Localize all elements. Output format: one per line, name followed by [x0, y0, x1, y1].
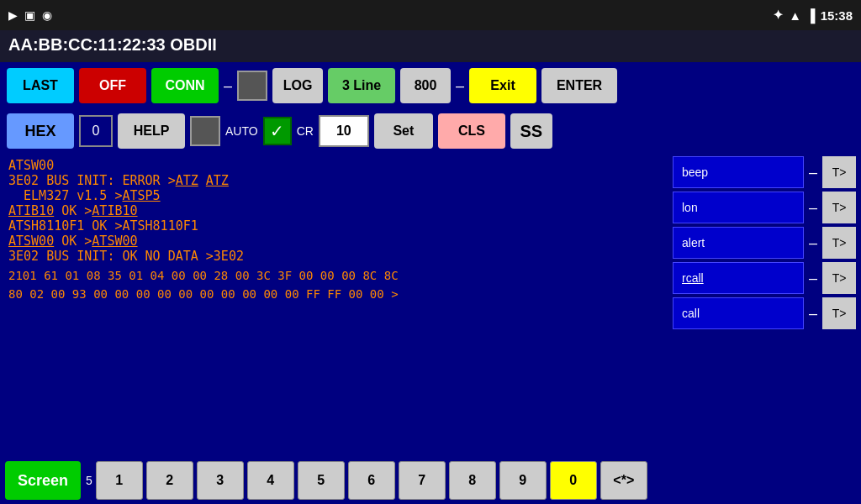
off-button[interactable]: OFF	[79, 68, 146, 103]
time-display: 15:38	[821, 8, 853, 23]
conn-button[interactable]: CONN	[151, 68, 219, 103]
terminal-line-6: ATSW00 OK >ATSW00	[8, 234, 659, 249]
dash-lon: –	[809, 199, 817, 217]
t-arrow-alert[interactable]: T>	[822, 227, 856, 259]
t-arrow-call[interactable]: T>	[822, 297, 856, 329]
help-button[interactable]: HELP	[118, 113, 185, 149]
toolbar-row1: LAST OFF CONN – LOG 3 Line 800 – Exit EN…	[0, 62, 861, 109]
status-right: ✦ ▲ ▐ 15:38	[773, 8, 853, 23]
cls-button[interactable]: CLS	[438, 113, 505, 149]
dash-separator2: –	[456, 77, 464, 95]
status-bar: ▶ ▣ ◉ ✦ ▲ ▐ 15:38	[0, 0, 861, 30]
checkmark-box[interactable]: ✓	[263, 117, 292, 145]
terminal-output: ATSW00 3E02 BUS INIT: ERROR >ATZ ATZ ELM…	[0, 153, 668, 457]
last-button[interactable]: LAST	[7, 68, 74, 103]
num4-button[interactable]: 4	[247, 461, 294, 500]
dash-separator1: –	[224, 77, 232, 95]
num0-button[interactable]: 0	[550, 461, 597, 500]
hex-button[interactable]: HEX	[7, 113, 74, 149]
content-area: ATSW00 3E02 BUS INIT: ERROR >ATZ ATZ ELM…	[0, 153, 861, 457]
num7-button[interactable]: 7	[399, 461, 446, 500]
rcall-button[interactable]: rcall	[673, 262, 804, 294]
media-icon: ▣	[24, 8, 35, 22]
right-row-lon: lon – T>	[673, 192, 856, 223]
circle-icon: ◉	[42, 8, 52, 22]
three-line-button[interactable]: 3 Line	[328, 68, 395, 103]
auto-label: AUTO	[225, 124, 258, 138]
ss-button[interactable]: SS	[510, 113, 552, 149]
terminal-line-4: ATIB10 OK >ATIB10	[8, 203, 659, 218]
terminal-line-1: ATSW00	[8, 158, 659, 173]
beep-button[interactable]: beep	[673, 156, 804, 188]
right-row-beep: beep – T>	[673, 156, 856, 188]
terminal-line-5: ATSH8110F1 OK >ATSH8110F1	[8, 218, 659, 234]
status-icons: ▶ ▣ ◉	[8, 8, 52, 22]
youtube-icon: ▶	[8, 8, 18, 22]
special-button[interactable]: <*>	[600, 461, 647, 500]
bluetooth-icon: ✦	[773, 8, 784, 23]
battery-icon: ▐	[806, 8, 816, 23]
enter-button[interactable]: ENTER	[541, 68, 617, 103]
t-arrow-beep[interactable]: T>	[822, 156, 856, 188]
input-value-display[interactable]: 10	[319, 115, 369, 147]
800-button[interactable]: 800	[400, 68, 451, 103]
dash-beep: –	[809, 164, 817, 181]
t-arrow-rcall[interactable]: T>	[822, 262, 856, 294]
exit-button[interactable]: Exit	[469, 68, 536, 103]
right-row-rcall: rcall – T>	[673, 262, 856, 294]
num5-button[interactable]: 5	[298, 461, 345, 500]
device-title: AA:BB:CC:11:22:33 OBDII	[8, 35, 217, 54]
cr-label: CR	[297, 124, 314, 138]
right-row-call: call – T>	[673, 297, 856, 329]
dash-alert: –	[809, 234, 817, 252]
right-panel: beep – T> lon – T> alert – T> rcall – T>…	[668, 153, 861, 457]
alert-button[interactable]: alert	[673, 227, 804, 259]
terminal-data-line2: 80 02 00 93 00 00 00 00 00 00 00 00 00 0…	[8, 287, 659, 301]
terminal-data-line1: 2101 61 01 08 35 01 04 00 00 28 00 3C 3F…	[8, 269, 659, 282]
main-container: LAST OFF CONN – LOG 3 Line 800 – Exit EN…	[0, 62, 861, 504]
log-button[interactable]: LOG	[272, 68, 323, 103]
terminal-line-7: 3E02 BUS INIT: OK NO DATA >3E02	[8, 249, 659, 264]
dash-call: –	[809, 305, 817, 323]
title-bar: AA:BB:CC:11:22:33 OBDII	[0, 30, 861, 62]
wifi-icon: ▲	[789, 8, 801, 23]
terminal-line-3: ELM327 v1.5 >ATSP5	[8, 188, 659, 203]
t-arrow-lon[interactable]: T>	[822, 192, 856, 223]
num2-button[interactable]: 2	[146, 461, 193, 500]
num5-label: 5	[86, 474, 92, 487]
terminal-line-2: 3E02 BUS INIT: ERROR >ATZ ATZ	[8, 173, 659, 188]
right-row-alert: alert – T>	[673, 227, 856, 259]
screen-button[interactable]: Screen	[5, 461, 81, 500]
set-button[interactable]: Set	[374, 113, 433, 149]
checkmark-icon: ✓	[270, 121, 284, 141]
lon-button[interactable]: lon	[673, 192, 804, 223]
toolbar-row2: HEX 0 HELP AUTO ✓ CR 10 Set CLS SS	[0, 109, 861, 153]
num8-button[interactable]: 8	[449, 461, 496, 500]
color-square1[interactable]	[237, 71, 267, 101]
num3-button[interactable]: 3	[197, 461, 244, 500]
auto-square[interactable]	[190, 116, 220, 146]
num6-button[interactable]: 6	[348, 461, 395, 500]
count-display: 0	[79, 115, 113, 147]
num9-button[interactable]: 9	[499, 461, 547, 500]
call-button[interactable]: call	[673, 297, 804, 329]
num1-button[interactable]: 1	[96, 461, 143, 500]
dash-rcall: –	[809, 270, 817, 287]
bottom-bar: Screen 5 1 2 3 4 5 6 7 8 9 0 <*>	[0, 457, 861, 504]
